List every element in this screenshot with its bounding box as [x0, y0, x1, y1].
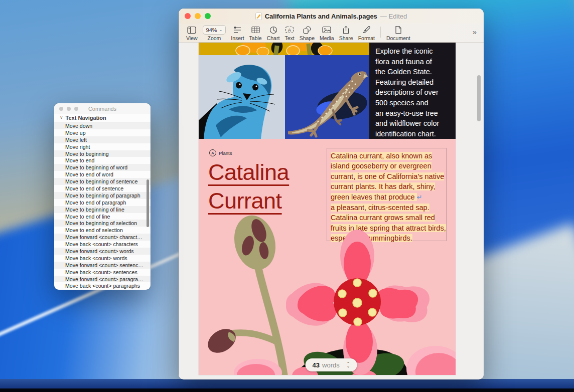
- commands-list: Move down Move up Move left Move right M…: [54, 122, 151, 289]
- text-icon: A: [285, 25, 294, 35]
- command-item[interactable]: Move to end of paragraph: [54, 199, 151, 206]
- zoom-control[interactable]: 94%⌄ Zoom: [203, 25, 226, 42]
- command-item[interactable]: Move to beginning of paragraph: [54, 192, 151, 199]
- chart-button[interactable]: Chart: [267, 25, 280, 42]
- pages-window: California Plants and Animals.pages — Ed…: [179, 9, 484, 379]
- command-item[interactable]: Move to beginning of line: [54, 206, 151, 213]
- plant-section: A Plants Catalina Currant Catalina curra…: [199, 139, 456, 375]
- command-item[interactable]: Move to end of line: [54, 213, 151, 220]
- poppy-banner-illustration: [199, 43, 369, 55]
- view-icon: [187, 25, 197, 35]
- command-item[interactable]: Move to beginning: [54, 150, 151, 157]
- command-item[interactable]: Move back <count> paragraphs: [54, 282, 151, 289]
- insert-button[interactable]: Insert: [231, 25, 244, 42]
- lizard-illustration: [285, 55, 369, 139]
- minimize-button[interactable]: [195, 13, 201, 19]
- command-item[interactable]: Move back <count> words: [54, 255, 151, 262]
- seal-illustration: [199, 55, 285, 139]
- disclosure-chevron-icon[interactable]: ∨: [60, 115, 63, 120]
- shape-button[interactable]: Shape: [300, 25, 315, 42]
- wallpaper-navy-band: [0, 379, 574, 388]
- window-edited-status: — Edited: [380, 13, 407, 20]
- wallpaper-black-band: [0, 388, 574, 392]
- pages-scrollbar-thumb[interactable]: [477, 75, 481, 121]
- command-item[interactable]: Move right: [54, 143, 151, 150]
- category-badge: A Plants: [209, 149, 232, 156]
- media-button[interactable]: Media: [320, 25, 334, 42]
- command-item[interactable]: Move forward <count> sentenc…: [54, 262, 151, 269]
- media-icon: [322, 25, 331, 35]
- zoom-window-button[interactable]: [205, 13, 211, 19]
- command-item[interactable]: Move to end of selection: [54, 227, 151, 234]
- command-item[interactable]: Move to end: [54, 157, 151, 164]
- line-break-character: ↵: [417, 193, 422, 201]
- insert-icon: [233, 25, 242, 35]
- pages-canvas: Explore the iconic flora and fauna of th…: [179, 43, 484, 379]
- command-item[interactable]: Move to beginning of selection: [54, 220, 151, 227]
- zoom-dropdown[interactable]: 94%⌄: [203, 25, 226, 35]
- share-icon: [342, 25, 350, 35]
- stepper-icon[interactable]: ⌃ ⌄: [347, 362, 350, 368]
- chevron-down-icon: ⌄: [219, 28, 223, 32]
- document-icon: [395, 25, 402, 35]
- command-item[interactable]: Move down: [54, 122, 151, 129]
- window-title: California Plants and Animals.pages: [265, 13, 377, 20]
- flower-illustration: [199, 215, 456, 375]
- commands-window: Commands ∨ Text Navigation Move down Mov…: [54, 103, 151, 290]
- command-item[interactable]: Move back <count> characters: [54, 241, 151, 248]
- command-item[interactable]: Move up: [54, 129, 151, 136]
- command-item[interactable]: Move to beginning of sentence: [54, 178, 151, 185]
- traffic-lights: [179, 13, 211, 19]
- command-item[interactable]: Move forward <count> paragra…: [54, 276, 151, 283]
- shape-icon: [303, 25, 312, 35]
- word-count-value: 43: [313, 361, 320, 369]
- format-button[interactable]: Format: [358, 25, 375, 42]
- command-item[interactable]: Move back <count> sentences: [54, 269, 151, 276]
- command-item[interactable]: Move to end of word: [54, 171, 151, 178]
- command-item[interactable]: Move forward <count> charact…: [54, 234, 151, 241]
- commands-titlebar[interactable]: Commands: [54, 103, 151, 114]
- section-header-text-navigation[interactable]: ∨ Text Navigation: [54, 114, 151, 122]
- pages-toolbar: View 94%⌄ Zoom Insert Table Chart: [179, 24, 484, 43]
- badge-letter: A: [209, 149, 216, 156]
- text-button[interactable]: A Text: [284, 25, 294, 42]
- chart-icon: [269, 25, 277, 35]
- pages-titlebar[interactable]: California Plants and Animals.pages — Ed…: [179, 9, 484, 24]
- svg-text:A: A: [288, 27, 292, 33]
- share-button[interactable]: Share: [339, 25, 353, 42]
- command-item[interactable]: Move to end of sentence: [54, 185, 151, 192]
- hero-text-panel[interactable]: Explore the iconic flora and fauna of th…: [369, 43, 456, 139]
- document-proxy-icon: [255, 13, 262, 20]
- document-page[interactable]: Explore the iconic flora and fauna of th…: [199, 43, 456, 375]
- plant-heading[interactable]: Catalina Currant: [208, 158, 289, 215]
- document-button[interactable]: Document: [386, 25, 410, 42]
- commands-scrollbar-thumb[interactable]: [147, 179, 149, 227]
- commands-window-title: Commands: [54, 106, 151, 112]
- close-button[interactable]: [185, 13, 191, 19]
- table-icon: [251, 25, 260, 35]
- command-item[interactable]: Move to beginning of word: [54, 164, 151, 171]
- command-item[interactable]: Move forward <count> words: [54, 248, 151, 255]
- word-count-control[interactable]: 43 words ⌃ ⌄: [306, 358, 357, 371]
- view-button[interactable]: View: [186, 25, 198, 42]
- command-item[interactable]: Move left: [54, 136, 151, 143]
- toolbar-divider: [380, 27, 381, 38]
- format-icon: [362, 25, 371, 35]
- badge-label: Plants: [219, 150, 232, 156]
- toolbar-overflow-chevron[interactable]: »: [473, 28, 477, 36]
- table-button[interactable]: Table: [249, 25, 262, 42]
- word-count-label: words: [322, 361, 340, 369]
